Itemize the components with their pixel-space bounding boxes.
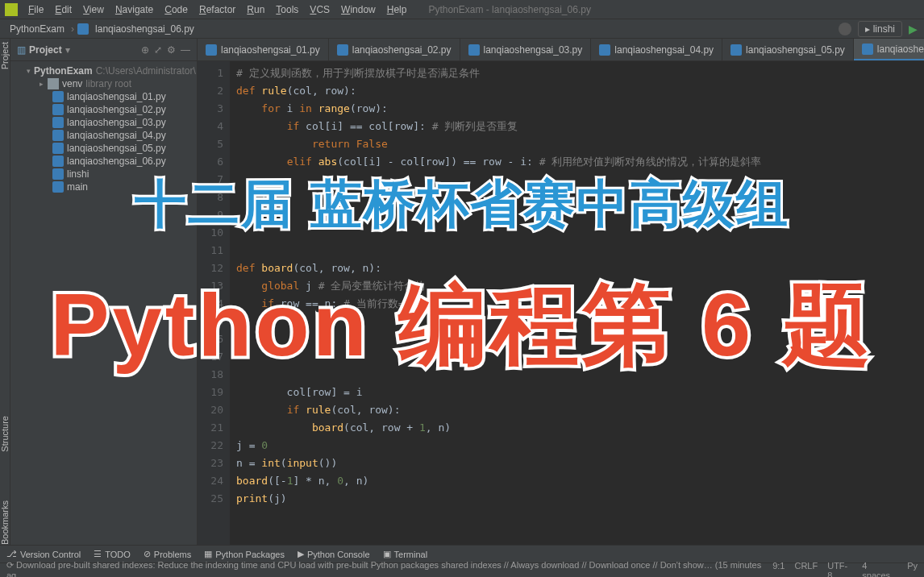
rail-project-button[interactable]: Project [0,42,10,69]
bottom-tool-terminal[interactable]: ▣ Terminal [383,549,428,559]
editor-tab[interactable]: lanqiaoshengsai_05.py [722,39,854,60]
tree-file[interactable]: main [10,181,197,193]
menu-refactor[interactable]: Refactor [194,4,241,15]
menu-edit[interactable]: Edit [49,4,77,15]
breadcrumb-bar: PythonExam lanqiaoshengsai_06.py ▸ linsh… [0,19,924,39]
line-ending[interactable]: CRLF [794,561,818,578]
python-file-icon [599,44,610,56]
tree-file[interactable]: linshi [10,168,197,181]
tree-file[interactable]: lanqiaoshengsai_05.py [10,142,197,155]
language-label: Py [907,561,918,578]
hide-icon[interactable]: — [181,44,190,56]
tree-file[interactable]: lanqiaoshengsai_02.py [10,103,197,116]
python-file-icon [77,23,89,35]
crumb-file[interactable]: lanqiaoshengsai_06.py [92,23,198,35]
python-file-icon [337,44,348,56]
python-file-icon [52,168,64,180]
menu-file[interactable]: File [23,4,49,15]
dropdown-icon[interactable]: ▾ [65,44,70,56]
app-logo-icon [5,3,18,16]
settings-icon[interactable]: ⚙ [167,44,176,56]
expand-icon[interactable]: ⤢ [154,44,162,56]
bottom-tool-python-console[interactable]: ▶ Python Console [298,549,370,559]
python-file-icon [730,44,742,56]
tool-icon: ⊘ [144,549,151,559]
tool-icon: ▣ [383,549,391,559]
python-file-icon [862,44,873,55]
indexing-notice[interactable]: ⟳ Download pre-built shared indexes: Red… [6,560,772,577]
menu-code[interactable]: Code [159,4,194,15]
rail-bookmarks-button[interactable]: Bookmarks [0,500,10,545]
status-bar: ⟳ Download pre-built shared indexes: Red… [0,562,924,577]
menu-view[interactable]: View [77,4,110,15]
menu-vcs[interactable]: VCS [304,4,335,15]
tool-icon: ▦ [204,549,212,559]
python-file-icon [52,104,64,115]
tree-venv[interactable]: ▸ venv library root [10,77,197,90]
arrow-right-icon: ▸ [40,80,48,88]
editor-area: lanqiaoshengsai_01.pylanqiaoshengsai_02.… [198,39,924,545]
bottom-tool-version-control[interactable]: ⎇ Version Control [6,549,81,559]
folder-icon [48,78,59,89]
tree-file[interactable]: lanqiaoshengsai_03.py [10,116,197,129]
python-file-icon [52,117,64,128]
menu-tools[interactable]: Tools [270,4,304,15]
editor-tab[interactable]: lanqiaoshengsai_06.py [854,39,924,60]
tool-icon: ☰ [94,549,102,559]
user-avatar-icon[interactable] [839,23,851,35]
menu-help[interactable]: Help [381,4,413,15]
menu-run[interactable]: Run [241,4,270,15]
cursor-position[interactable]: 9:1 [772,561,785,578]
select-target-icon[interactable]: ⊕ [141,44,149,56]
tree-root[interactable]: ▾ PythonExam C:\Users\Administrator\ [10,64,197,77]
python-file-icon [52,130,64,141]
python-file-icon [52,143,64,154]
menu-window[interactable]: Window [335,4,381,15]
code-editor[interactable]: 1234567891011121314151617181920212223242… [198,61,924,545]
menu-bar: FileEditViewNavigateCodeRefactorRunTools… [0,0,924,19]
python-file-icon [52,181,64,193]
bottom-tool-python-packages[interactable]: ▦ Python Packages [204,549,285,559]
encoding[interactable]: UTF-8 [827,561,852,578]
project-tree: ▾ PythonExam C:\Users\Administrator\ ▸ v… [10,61,197,197]
python-file-icon [52,156,64,167]
bottom-tool-todo[interactable]: ☰ TODO [94,549,131,559]
project-panel-title: Project [29,44,62,56]
crumb-project[interactable]: PythonExam [6,23,68,35]
menu-navigate[interactable]: Navigate [110,4,159,15]
editor-tab[interactable]: lanqiaoshengsai_01.py [198,39,329,60]
python-file-icon [52,91,64,102]
python-file-icon [468,44,480,56]
tool-icon: ▶ [298,549,304,559]
code-lines[interactable]: # 定义规则函数，用于判断摆放棋子时是否满足条件 def rule(col, r… [230,61,924,545]
bottom-tool-problems[interactable]: ⊘ Problems [144,549,191,559]
run-play-button[interactable]: ▶ [909,23,918,35]
run-config-select[interactable]: ▸ linshi [858,21,902,37]
editor-tabs: lanqiaoshengsai_01.pylanqiaoshengsai_02.… [198,39,924,61]
window-title: PythonExam - lanqiaoshengsai_06.py [428,4,590,15]
folder-icon: ▥ [17,44,26,56]
rail-structure-button[interactable]: Structure [0,416,10,452]
line-gutter: 1234567891011121314151617181920212223242… [198,61,230,545]
crumb-sep-icon [68,23,77,35]
tool-icon: ⎇ [6,549,17,559]
project-pane: ▥ Project ▾ ⊕ ⤢ ⚙ — ▾ PythonExam C:\User… [10,39,198,545]
editor-tab[interactable]: lanqiaoshengsai_03.py [460,39,592,60]
indent-setting[interactable]: 4 spaces [862,561,897,578]
arrow-down-icon: ▾ [27,67,31,75]
tree-file[interactable]: lanqiaoshengsai_01.py [10,90,197,103]
python-file-icon [206,44,217,56]
tree-file[interactable]: lanqiaoshengsai_04.py [10,129,197,142]
editor-tab[interactable]: lanqiaoshengsai_02.py [329,39,460,60]
editor-tab[interactable]: lanqiaoshengsai_04.py [591,39,722,60]
tree-file[interactable]: lanqiaoshengsai_06.py [10,155,197,168]
left-tool-rail: Project Structure Bookmarks [0,39,10,545]
